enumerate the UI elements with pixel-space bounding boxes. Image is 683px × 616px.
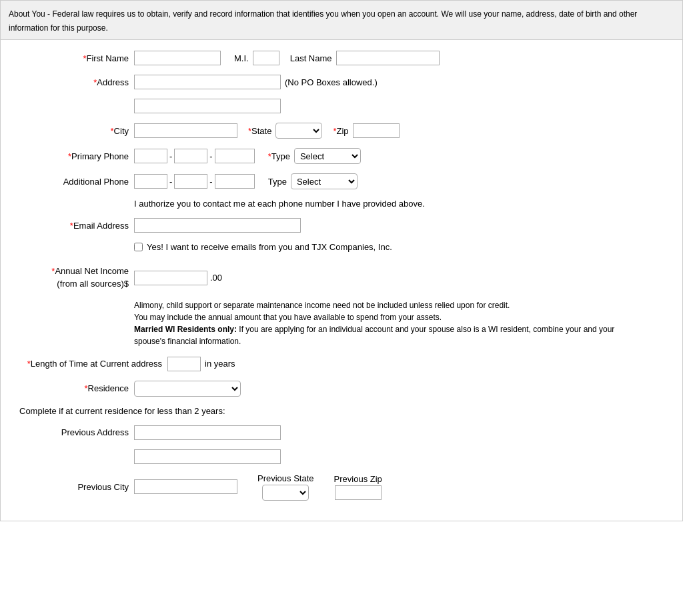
additional-phone-line[interactable]: [215, 174, 255, 189]
income-label: *Annual Net Income (from all sources)$: [14, 265, 134, 289]
zip-label: *Zip: [333, 126, 352, 136]
first-name-label: *First Name: [14, 53, 134, 63]
phone-auth-text: I authorize you to contact me at each ph…: [134, 199, 425, 209]
city-input[interactable]: [134, 123, 237, 138]
income-input[interactable]: [134, 271, 207, 285]
prev-city-input[interactable]: [134, 479, 237, 494]
additional-phone-group: - -: [134, 174, 255, 189]
state-label: *State: [248, 126, 275, 136]
email-optin-text: Yes! I want to receive emails from you a…: [147, 242, 392, 252]
about-you-title: About You: [9, 9, 45, 19]
income-cents: .00: [210, 273, 222, 283]
income-row: *Annual Net Income (from all sources)$ .…: [14, 265, 669, 289]
primary-phone-prefix[interactable]: [174, 149, 207, 163]
city-state-zip-row: *City *State *Zip: [14, 123, 669, 139]
length-input[interactable]: [167, 357, 201, 371]
email-label: *Email Address: [14, 221, 134, 231]
additional-type-group: Type Select: [268, 173, 358, 189]
length-label: *Length of Time at Current address: [14, 359, 167, 369]
address-label: *Address: [14, 77, 134, 87]
additional-phone-label: Additional Phone: [14, 177, 134, 187]
prev-zip-input[interactable]: [335, 485, 382, 500]
header-section: About You - Federal law requires us to o…: [0, 0, 683, 40]
email-input[interactable]: [134, 218, 301, 233]
address2-row: [134, 99, 669, 113]
length-row: *Length of Time at Current address in ye…: [14, 357, 669, 371]
city-label: *City: [14, 126, 134, 136]
in-years-text: in years: [205, 359, 235, 369]
residence-row: *Residence: [14, 381, 669, 397]
state-select[interactable]: [275, 123, 322, 139]
income-group: .00: [134, 271, 222, 285]
additional-type-select[interactable]: Select: [291, 173, 358, 189]
prev-city-label: Previous City: [14, 482, 134, 492]
mi-input[interactable]: [253, 51, 279, 65]
page-container: About You - Federal law requires us to o…: [0, 0, 683, 521]
address-note: (No PO Boxes allowed.): [285, 77, 378, 87]
address-row: *Address (No PO Boxes allowed.): [14, 75, 669, 89]
additional-phone-area[interactable]: [134, 174, 167, 189]
primary-phone-line[interactable]: [215, 149, 255, 163]
prev-city-state-zip-row: Previous City Previous State Previous Zi…: [14, 473, 669, 501]
additional-type-label: Type: [268, 177, 291, 187]
last-name-label: Last Name: [290, 53, 332, 63]
complete-if-text: Complete if at current residence for les…: [19, 406, 225, 416]
additional-phone-row: Additional Phone - - Type Select: [14, 173, 669, 189]
primary-phone-label: *Primary Phone: [14, 151, 134, 161]
prev-zip-label: Previous Zip: [334, 474, 382, 484]
mi-label: M.I.: [234, 53, 249, 63]
primary-type-group: *Type Select: [268, 148, 361, 164]
prev-address-label: Previous Address: [14, 427, 134, 437]
income-info: Alimony, child support or separate maint…: [134, 299, 634, 347]
prev-address-input[interactable]: [134, 425, 281, 440]
primary-phone-group: - -: [134, 149, 255, 163]
complete-if-section: Complete if at current residence for les…: [19, 406, 669, 416]
residence-select[interactable]: [134, 381, 241, 397]
prev-state-select[interactable]: [262, 485, 309, 501]
primary-phone-area[interactable]: [134, 149, 167, 163]
last-name-input[interactable]: [336, 51, 440, 65]
prev-state-label: Previous State: [257, 473, 314, 483]
header-description: Federal law requires us to obtain, verif…: [9, 9, 637, 33]
form-body: *First Name M.I. Last Name *Address (No …: [0, 40, 683, 521]
prev-address2-input[interactable]: [134, 449, 281, 464]
first-name-input[interactable]: [134, 51, 221, 65]
email-row: *Email Address: [14, 218, 669, 233]
residence-label: *Residence: [14, 383, 134, 393]
zip-input[interactable]: [353, 123, 400, 138]
primary-type-select[interactable]: Select: [294, 148, 361, 164]
primary-type-label: *Type: [268, 151, 294, 161]
address2-input[interactable]: [134, 99, 281, 113]
email-optin-checkbox[interactable]: [134, 243, 143, 251]
page-title: About You - Federal law requires us to o…: [9, 7, 637, 33]
additional-phone-prefix[interactable]: [174, 174, 207, 189]
phone-auth-row: I authorize you to contact me at each ph…: [14, 199, 669, 209]
prev-address-row: Previous Address: [14, 425, 669, 440]
name-row: *First Name M.I. Last Name: [14, 51, 669, 65]
primary-phone-row: *Primary Phone - - *Type Select: [14, 148, 669, 164]
prev-address2-row: [134, 449, 669, 464]
address-input[interactable]: [134, 75, 281, 89]
email-optin-row: Yes! I want to receive emails from you a…: [134, 242, 669, 252]
years-group: in years: [167, 357, 235, 371]
